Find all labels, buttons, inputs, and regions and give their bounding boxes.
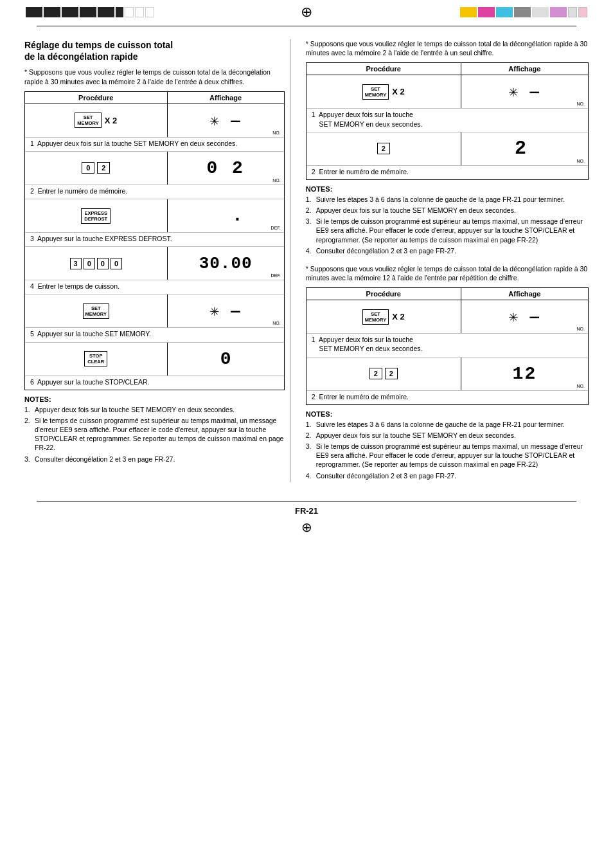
list-item: 2. Si le temps de cuisson programmé est … bbox=[24, 416, 285, 453]
display-4: 30.00 bbox=[199, 254, 253, 273]
notes-right-2: NOTES: 1. Suivre les étapes 3 à 6 dans l… bbox=[306, 410, 589, 480]
notes-title-left: NOTES: bbox=[24, 395, 285, 403]
table-row: 3 0 0 0 30.00 DEF. bbox=[25, 247, 284, 280]
right-section-2: * Supposons que vous vouliez régler le t… bbox=[306, 264, 589, 480]
aff-cell-3: . DEF. bbox=[168, 199, 284, 232]
display-r1-2: 2 bbox=[515, 138, 535, 159]
list-item: 1. Appuyer deux fois sur la touche SET M… bbox=[24, 405, 285, 414]
step-text-5: 5 Appuyer sur la touche SET MEMORY. bbox=[25, 328, 284, 342]
display-r2-2: 12 bbox=[513, 364, 537, 384]
right-intro-2: * Supposons que vous vouliez régler le t… bbox=[306, 264, 589, 282]
step-text-r1-2: 2 Entrer le numéro de mémoire. bbox=[306, 166, 588, 179]
aff-cell-6: 0 bbox=[168, 343, 284, 375]
bottom-crosshair: ⊕ bbox=[0, 520, 613, 535]
no-label-2: NO. bbox=[272, 178, 280, 183]
header-right-bars bbox=[332, 7, 587, 17]
col-header-aff-r2: Affichage bbox=[461, 288, 588, 300]
no-label-1: NO. bbox=[272, 131, 280, 135]
display-6: 0 bbox=[220, 349, 231, 369]
btn-3[interactable]: 3 bbox=[70, 258, 82, 269]
display-2: 0 2 bbox=[206, 158, 244, 178]
btn-2a-r2[interactable]: 2 bbox=[369, 368, 382, 379]
display-3: . bbox=[206, 206, 244, 226]
proc-cell-r1-2: 2 bbox=[306, 132, 461, 165]
table-row: SETMEMORY ✳ — NO. bbox=[25, 294, 284, 328]
main-content: Réglage du temps de cuisson total de la … bbox=[0, 28, 613, 482]
aff-cell-4: 30.00 DEF. bbox=[168, 247, 284, 280]
table-row: SETMEMORY X 2 ✳ — NO. bbox=[25, 104, 284, 138]
list-item: 3. Consulter décongélation 2 et 3 en pag… bbox=[24, 455, 285, 464]
no-label-r1-2: NO. bbox=[577, 159, 585, 163]
no-label-5: NO. bbox=[272, 321, 280, 325]
proc-table-right-1: Procédure Affichage SETMEMORY X 2 ✳ — NO… bbox=[306, 62, 589, 180]
x2-r2: X 2 bbox=[392, 312, 405, 321]
table-row: 2 2 NO. bbox=[306, 132, 588, 166]
express-defrost-button[interactable]: EXPRESSDEFROST bbox=[81, 208, 111, 224]
col-header-proc-r2: Procédure bbox=[306, 288, 461, 300]
list-item: 1. Suivre les étapes 3 à 6 dans la colon… bbox=[306, 195, 589, 204]
btn-0c[interactable]: 0 bbox=[111, 258, 122, 269]
left-column: Réglage du temps de cuisson total de la … bbox=[24, 39, 290, 482]
set-memory-btn-r2[interactable]: SETMEMORY bbox=[362, 309, 389, 325]
table-row: 2 2 12 NO. bbox=[306, 357, 588, 391]
list-item: 4. Consulter décongélation 2 et 3 en pag… bbox=[306, 471, 589, 480]
display-r2-1: ✳ — bbox=[509, 307, 540, 326]
list-item: 1. Suivre les étapes 3 à 6 dans la colon… bbox=[306, 420, 589, 429]
no-label-r1-1: NO. bbox=[577, 102, 585, 106]
display-r1-1: ✳ — bbox=[509, 82, 540, 101]
col-header-procedure: Procédure bbox=[25, 92, 168, 104]
list-item: 4. Consulter décongélation 2 et 3 en pag… bbox=[306, 246, 589, 255]
set-memory-button-5[interactable]: SETMEMORY bbox=[83, 303, 109, 319]
btn-2[interactable]: 2 bbox=[97, 162, 110, 174]
right-intro-1: * Supposons que vous vouliez régler le t… bbox=[306, 39, 589, 57]
col-header-affichage: Affichage bbox=[168, 92, 284, 104]
top-line bbox=[37, 26, 576, 26]
display-1: ✳ — bbox=[210, 111, 242, 130]
procedure-table-left: Procédure Affichage SETMEMORY X 2 ✳ — NO… bbox=[24, 91, 285, 390]
aff-cell-2: 0 2 NO. bbox=[168, 152, 284, 185]
btn-2b-r2[interactable]: 2 bbox=[385, 368, 398, 379]
header-left-bars bbox=[26, 7, 281, 17]
set-memory-btn-r1[interactable]: SETMEMORY bbox=[362, 84, 389, 100]
proc-cell-6: STOPCLEAR bbox=[25, 343, 168, 375]
set-memory-button-1[interactable]: SETMEMORY bbox=[75, 113, 101, 128]
page-number: FR-21 bbox=[0, 506, 613, 516]
btn-0[interactable]: 0 bbox=[82, 162, 94, 174]
btn-0a[interactable]: 0 bbox=[84, 258, 95, 269]
step-text-r2-1: 1 Appuyer deux fois sur la touche SET ME… bbox=[306, 334, 588, 357]
table-row: SETMEMORY X 2 ✳ — NO. bbox=[306, 300, 588, 334]
proc-cell-4: 3 0 0 0 bbox=[25, 247, 168, 280]
header-crosshair: ⊕ bbox=[281, 4, 332, 21]
display-5: ✳ — bbox=[210, 302, 242, 320]
proc-cell-r2-2: 2 2 bbox=[306, 357, 461, 390]
stop-clear-button[interactable]: STOPCLEAR bbox=[84, 351, 107, 366]
btn-2-r1[interactable]: 2 bbox=[377, 143, 390, 154]
list-item: 2. Appuyer deux fois sur la touche SET M… bbox=[306, 206, 589, 215]
bottom-line bbox=[37, 502, 576, 502]
notes-list-left: 1. Appuyer deux fois sur la touche SET M… bbox=[24, 405, 285, 464]
proc-cell-5: SETMEMORY bbox=[25, 294, 168, 327]
proc-cell-3: EXPRESSDEFROST bbox=[25, 199, 168, 232]
page-title: Réglage du temps de cuisson total de la … bbox=[24, 39, 285, 62]
step-text-2: 2 Entrer le numéro de mémoire. bbox=[25, 185, 284, 199]
x2-r1: X 2 bbox=[392, 87, 405, 96]
step-text-r2-2: 2 Entrer le numéro de mémoire. bbox=[306, 391, 588, 404]
def-label-4: DEF. bbox=[271, 273, 281, 278]
aff-cell-5: ✳ — NO. bbox=[168, 294, 284, 327]
notes-list-r2: 1. Suivre les étapes 3 à 6 dans la colon… bbox=[306, 420, 589, 480]
proc-table-right-2: Procédure Affichage SETMEMORY X 2 ✳ — NO… bbox=[306, 287, 589, 405]
x2-text-1: X 2 bbox=[105, 116, 118, 125]
list-item: 3. Si le temps de cuisson programmé est … bbox=[306, 442, 589, 469]
no-label-r2-2: NO. bbox=[577, 384, 585, 388]
notes-list-r1: 1. Suivre les étapes 3 à 6 dans la colon… bbox=[306, 195, 589, 255]
proc-cell-r2-1: SETMEMORY X 2 bbox=[306, 300, 461, 333]
btn-0b[interactable]: 0 bbox=[97, 258, 109, 269]
left-intro-text: * Supposons que vous vouliez régler le t… bbox=[24, 68, 285, 86]
no-label-r2-1: NO. bbox=[577, 327, 585, 331]
aff-cell-r2-1: ✳ — NO. bbox=[461, 300, 588, 333]
col-header-proc-r1: Procédure bbox=[306, 63, 461, 75]
step-text-r1-1: 1 Appuyer deux fois sur la touche SET ME… bbox=[306, 109, 588, 132]
step-text-3: 3 Appuyer sur la touche EXPRESS DEFROST. bbox=[25, 233, 284, 247]
table-row: SETMEMORY X 2 ✳ — NO. bbox=[306, 75, 588, 109]
footer: FR-21 ⊕ bbox=[0, 502, 613, 540]
